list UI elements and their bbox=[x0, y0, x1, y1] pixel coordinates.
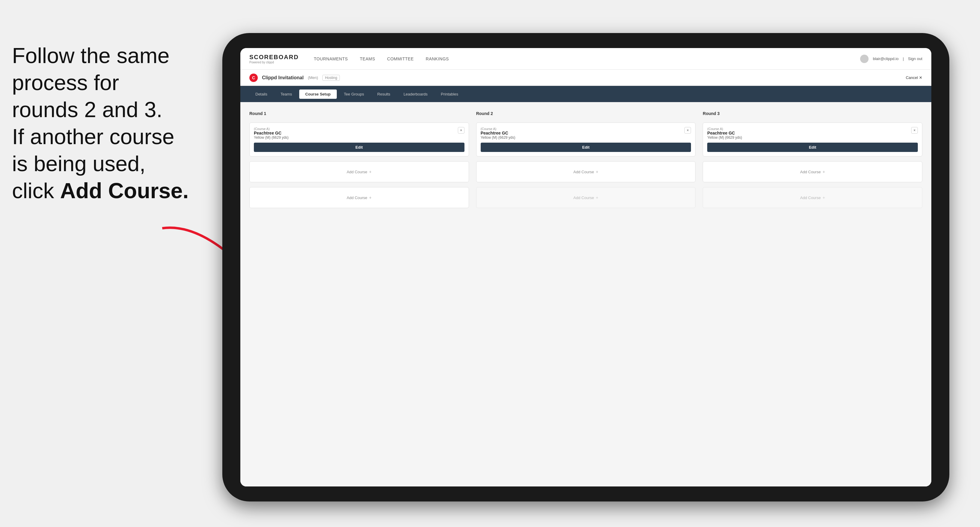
tab-tee-groups[interactable]: Tee Groups bbox=[338, 89, 370, 99]
tab-course-setup[interactable]: Course Setup bbox=[299, 89, 337, 99]
round-1-title: Round 1 bbox=[249, 111, 469, 116]
round-2-add-course-2[interactable]: Add Course + bbox=[476, 187, 696, 208]
tab-details[interactable]: Details bbox=[249, 89, 274, 99]
round-3-column: Round 3 (Course A) Peachtree GC Yellow (… bbox=[703, 111, 922, 478]
logo-title: SCOREBOARD bbox=[249, 54, 299, 61]
nav-right: blair@clippd.io | Sign out bbox=[860, 55, 922, 63]
add-course-1-label: Add Course bbox=[347, 170, 368, 174]
course-a-label-3: (Course A) bbox=[707, 127, 742, 131]
logo-area: SCOREBOARD Powered by clippd bbox=[249, 54, 299, 64]
nav-tournaments[interactable]: TOURNAMENTS bbox=[313, 56, 348, 61]
round-2-add-course-1[interactable]: Add Course + bbox=[476, 161, 696, 182]
instruction-line5: is being used, bbox=[12, 152, 145, 176]
nav-separator: | bbox=[903, 56, 904, 61]
instruction-line4: If another course bbox=[12, 125, 174, 149]
round-2-add-course-1-plus-icon: + bbox=[596, 169, 598, 174]
instruction-line3: rounds 2 and 3. bbox=[12, 98, 162, 122]
round-2-add-course-2-label: Add Course bbox=[574, 195, 594, 200]
round-2-course-card: (Course A) Peachtree GC Yellow (M) (6629… bbox=[476, 122, 696, 156]
round-1-add-course-1[interactable]: Add Course + bbox=[249, 161, 469, 182]
user-avatar bbox=[860, 55, 869, 63]
nav-committee[interactable]: COMMITTEE bbox=[387, 56, 414, 61]
course-info-3: (Course A) Peachtree GC Yellow (M) (6629… bbox=[707, 127, 742, 140]
user-email: blair@clippd.io bbox=[873, 56, 898, 61]
course-info-2: (Course A) Peachtree GC Yellow (M) (6629… bbox=[481, 127, 515, 140]
round-3-add-course-2-label: Add Course bbox=[800, 195, 821, 200]
round-3-remove-button[interactable]: × bbox=[911, 127, 918, 133]
round-1-edit-button[interactable]: Edit bbox=[254, 143, 465, 152]
logo-subtitle: Powered by clippd bbox=[249, 61, 299, 64]
hosting-badge: Hosting bbox=[322, 75, 340, 81]
tablet-screen: SCOREBOARD Powered by clippd TOURNAMENTS… bbox=[240, 48, 931, 486]
course-info: (Course A) Peachtree GC Yellow (M) (6629… bbox=[254, 127, 289, 140]
instruction-line2: process for bbox=[12, 71, 119, 95]
course-detail: Yellow (M) (6629 yds) bbox=[254, 135, 289, 140]
course-card-header-2: (Course A) Peachtree GC Yellow (M) (6629… bbox=[481, 127, 691, 140]
round-3-add-course-1[interactable]: Add Course + bbox=[703, 161, 922, 182]
round-3-add-course-1-label: Add Course bbox=[800, 170, 821, 174]
course-card-header-3: (Course A) Peachtree GC Yellow (M) (6629… bbox=[707, 127, 918, 140]
instruction-panel: Follow the same process for rounds 2 and… bbox=[0, 42, 204, 204]
tab-nav: Details Teams Course Setup Tee Groups Re… bbox=[240, 86, 931, 102]
round-3-edit-button[interactable]: Edit bbox=[707, 143, 918, 152]
instruction-line1: Follow the same bbox=[12, 44, 169, 68]
round-1-add-course-2[interactable]: Add Course + bbox=[249, 187, 469, 208]
sub-header-left: C Clippd Invitational (Men) Hosting bbox=[249, 73, 340, 82]
round-3-add-course-2-plus-icon: + bbox=[822, 195, 825, 200]
round-2-remove-button[interactable]: × bbox=[684, 127, 691, 133]
round-1-remove-button[interactable]: × bbox=[458, 127, 465, 133]
course-detail-2: Yellow (M) (6629 yds) bbox=[481, 135, 515, 140]
top-nav: SCOREBOARD Powered by clippd TOURNAMENTS… bbox=[240, 48, 931, 70]
course-card-header: (Course A) Peachtree GC Yellow (M) (6629… bbox=[254, 127, 465, 140]
nav-links: TOURNAMENTS TEAMS COMMITTEE RANKINGS bbox=[313, 56, 860, 61]
tab-printables[interactable]: Printables bbox=[435, 89, 464, 99]
round-3-course-card: (Course A) Peachtree GC Yellow (M) (6629… bbox=[703, 122, 922, 156]
round-2-column: Round 2 (Course A) Peachtree GC Yellow (… bbox=[476, 111, 696, 478]
round-3-add-course-2[interactable]: Add Course + bbox=[703, 187, 922, 208]
round-2-edit-button[interactable]: Edit bbox=[481, 143, 691, 152]
course-a-label-2: (Course A) bbox=[481, 127, 515, 131]
tournament-title: Clippd Invitational bbox=[262, 75, 304, 81]
tab-teams[interactable]: Teams bbox=[275, 89, 298, 99]
add-course-1-plus-icon: + bbox=[369, 169, 372, 174]
course-detail-3: Yellow (M) (6629 yds) bbox=[707, 135, 742, 140]
round-2-add-course-1-label: Add Course bbox=[574, 170, 594, 174]
tablet-frame: SCOREBOARD Powered by clippd TOURNAMENTS… bbox=[222, 33, 949, 502]
round-3-title: Round 3 bbox=[703, 111, 922, 116]
round-2-title: Round 2 bbox=[476, 111, 696, 116]
sub-header: C Clippd Invitational (Men) Hosting Canc… bbox=[240, 70, 931, 86]
nav-teams[interactable]: TEAMS bbox=[360, 56, 375, 61]
add-course-2-plus-icon: + bbox=[369, 195, 372, 200]
add-course-2-label: Add Course bbox=[347, 195, 368, 200]
course-a-label: (Course A) bbox=[254, 127, 289, 131]
round-3-add-course-1-plus-icon: + bbox=[822, 169, 825, 174]
sign-out-link[interactable]: Sign out bbox=[908, 56, 922, 61]
course-name-2: Peachtree GC bbox=[481, 131, 515, 135]
main-content: Round 1 (Course A) Peachtree GC Yellow (… bbox=[240, 102, 931, 486]
tournament-gender: (Men) bbox=[308, 75, 318, 80]
cancel-button[interactable]: Cancel ✕ bbox=[906, 75, 922, 80]
nav-rankings[interactable]: RANKINGS bbox=[426, 56, 449, 61]
tab-leaderboards[interactable]: Leaderboards bbox=[398, 89, 434, 99]
sub-header-logo: C bbox=[249, 73, 258, 82]
tab-results[interactable]: Results bbox=[371, 89, 396, 99]
course-name-3: Peachtree GC bbox=[707, 131, 742, 135]
instruction-line6-bold: Add Course. bbox=[60, 179, 189, 203]
course-name: Peachtree GC bbox=[254, 131, 289, 135]
instruction-line6-prefix: click bbox=[12, 179, 60, 203]
round-1-column: Round 1 (Course A) Peachtree GC Yellow (… bbox=[249, 111, 469, 478]
round-1-course-card: (Course A) Peachtree GC Yellow (M) (6629… bbox=[249, 122, 469, 156]
round-2-add-course-2-plus-icon: + bbox=[596, 195, 598, 200]
